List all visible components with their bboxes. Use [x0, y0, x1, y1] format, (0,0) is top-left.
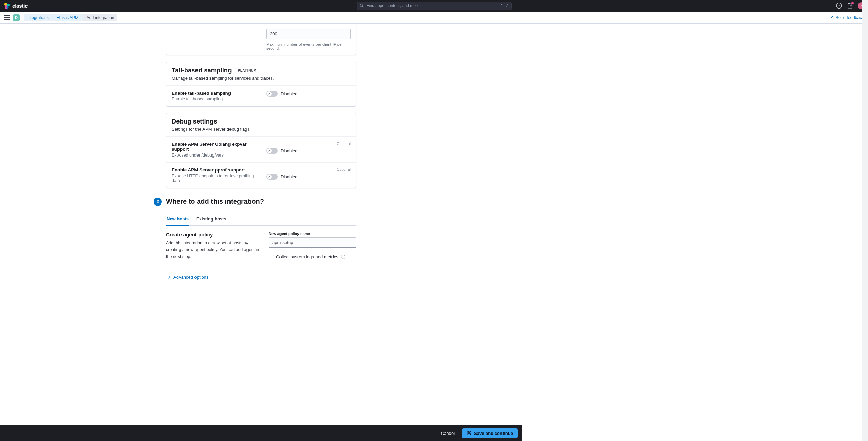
popout-icon — [829, 15, 834, 20]
svg-text:?: ? — [838, 4, 840, 8]
save-and-continue-button[interactable]: Save and continue — [462, 428, 518, 438]
sampling-title: Tail-based sampling — [172, 67, 232, 74]
expvar-toggle-label: Disabled — [280, 148, 298, 153]
rate-limit-card-partial: Maximum number of events per client IP p… — [166, 24, 356, 55]
window-scrollbar[interactable] — [862, 0, 868, 441]
search-placeholder: Find apps, content, and more. — [367, 3, 498, 8]
create-policy-desc: Add this integration to a new set of hos… — [166, 240, 262, 260]
pprof-title: Enable APM Server pprof support — [172, 167, 261, 173]
search-icon — [360, 4, 364, 8]
sampling-desc: Manage tail-based sampling for services … — [172, 76, 351, 81]
brand-name: elastic — [12, 3, 28, 9]
expvar-desc: Exposed under /debug/vars — [172, 153, 261, 158]
breadcrumb-integrations[interactable]: Integrations — [24, 14, 52, 21]
hosts-tabs: New hosts Existing hosts — [166, 213, 356, 226]
step-2-title: Where to add this integration? — [166, 198, 264, 206]
nav-toggle-button[interactable] — [4, 15, 10, 20]
breadcrumb-add-integration: Add integration — [82, 14, 118, 21]
step-2-section: 2 Where to add this integration? New hos… — [166, 198, 356, 281]
advanced-options-toggle[interactable]: Advanced options — [166, 273, 356, 281]
create-policy-title: Create agent policy — [166, 232, 262, 238]
separator — [166, 268, 356, 268]
chevron-right-icon — [167, 275, 171, 279]
expvar-title: Enable APM Server Golang expvar support — [172, 142, 261, 152]
sampling-card: Tail-based sampling PLATINUM Manage tail… — [166, 62, 356, 107]
svg-line-5 — [362, 6, 363, 7]
space-selector[interactable]: D — [13, 14, 20, 21]
policy-name-label: New agent policy name — [269, 232, 356, 236]
info-icon[interactable]: i — [341, 255, 345, 259]
enable-sampling-title: Enable tail-based sampling — [172, 91, 261, 96]
search-shortcut: ^ / — [501, 4, 509, 8]
svg-point-3 — [6, 6, 8, 9]
events-help-text: Maximum number of events per client IP p… — [266, 42, 351, 50]
breadcrumb-elastic-apm[interactable]: Elastic APM — [52, 14, 82, 21]
main-content[interactable]: Maximum number of events per client IP p… — [0, 24, 522, 425]
pprof-optional: Optional — [266, 167, 351, 172]
notification-dot — [851, 2, 854, 4]
elastic-logo-icon — [3, 2, 10, 9]
save-icon — [467, 431, 472, 436]
help-icon[interactable]: ? — [836, 3, 842, 9]
pprof-desc: Expose HTTP endpoints to retrieve profil… — [172, 174, 261, 183]
pprof-toggle-label: Disabled — [280, 174, 298, 179]
footer-bar: Cancel Save and continue — [0, 425, 522, 441]
feedback-label: Send feedback — [836, 15, 864, 20]
expvar-optional: Optional — [266, 142, 351, 146]
debug-card: Debug settings Settings for the APM serv… — [166, 113, 356, 188]
platinum-badge: PLATINUM — [235, 68, 259, 74]
newsfeed-icon[interactable] — [847, 3, 853, 9]
save-button-label: Save and continue — [474, 431, 513, 436]
debug-title: Debug settings — [172, 118, 351, 125]
events-per-ip-input[interactable] — [266, 29, 351, 39]
tab-new-hosts[interactable]: New hosts — [166, 213, 189, 226]
send-feedback-link[interactable]: Send feedback — [829, 15, 864, 20]
policy-name-input[interactable] — [269, 237, 356, 248]
enable-sampling-desc: Enable tail-based sampling. — [172, 97, 261, 101]
global-search[interactable]: Find apps, content, and more. ^ / — [357, 2, 512, 10]
collect-logs-label: Collect system logs and metrics — [276, 254, 338, 259]
sampling-toggle-label: Disabled — [280, 91, 298, 96]
brand-logo[interactable]: elastic — [3, 2, 28, 9]
tab-existing-hosts[interactable]: Existing hosts — [195, 213, 227, 226]
step-number-badge: 2 — [154, 198, 162, 206]
svg-point-4 — [360, 4, 363, 7]
debug-desc: Settings for the APM server debug flags — [172, 127, 351, 132]
collect-logs-checkbox[interactable] — [269, 255, 273, 259]
sub-header: D Integrations Elastic APM Add integrati… — [0, 12, 868, 24]
global-header: elastic Find apps, content, and more. ^ … — [0, 0, 868, 12]
cancel-button[interactable]: Cancel — [438, 429, 458, 438]
enable-sampling-toggle[interactable] — [266, 91, 278, 97]
breadcrumb: Integrations Elastic APM Add integration — [24, 14, 117, 21]
pprof-toggle[interactable] — [266, 174, 278, 180]
expvar-toggle[interactable] — [266, 148, 278, 154]
advanced-options-label: Advanced options — [173, 275, 208, 280]
space-initial: D — [15, 16, 18, 20]
